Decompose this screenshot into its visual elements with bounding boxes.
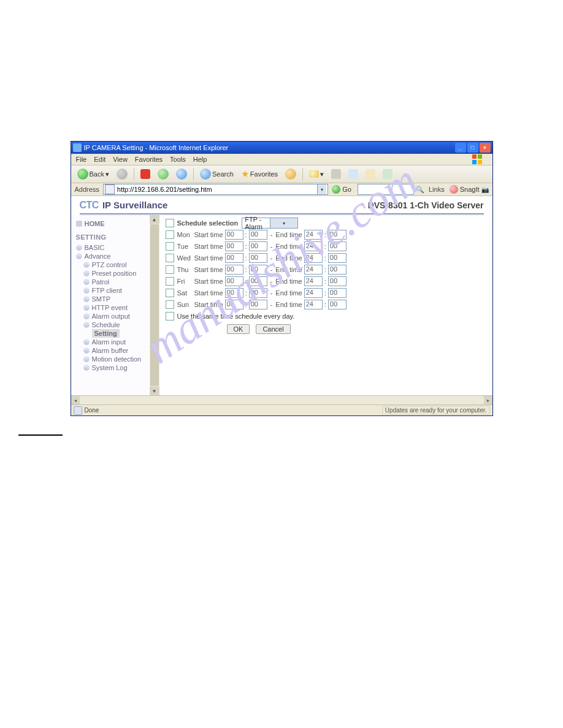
sidebar-item-alarm-buf[interactable]: Alarm buffer <box>83 346 148 355</box>
edit-button[interactable] <box>346 167 361 181</box>
sidebar-item-smtp[interactable]: SMTP <box>83 295 148 303</box>
go-button[interactable]: Go <box>332 185 351 194</box>
back-button[interactable]: Back▾ <box>75 167 112 181</box>
day-checkbox-fri[interactable] <box>166 277 174 286</box>
menu-favorites[interactable]: Favorites <box>135 156 163 163</box>
end-hour-input[interactable]: 24 <box>304 276 323 286</box>
maximize-button[interactable]: □ <box>467 143 478 153</box>
start-min-input[interactable]: 00 <box>249 241 267 251</box>
print-button[interactable] <box>329 167 343 181</box>
sidebar-item-alarm-out[interactable]: Alarm output <box>83 312 148 320</box>
end-hour-input[interactable]: 24 <box>304 230 323 240</box>
minimize-button[interactable]: _ <box>455 143 466 153</box>
day-label: Wed <box>177 254 194 262</box>
start-hour-input[interactable]: 00 <box>225 230 243 240</box>
sidebar-item-patrol[interactable]: Patrol <box>83 278 148 286</box>
address-input[interactable] <box>116 185 317 194</box>
home-button[interactable] <box>174 167 190 181</box>
end-hour-input[interactable]: 24 <box>304 300 323 309</box>
refresh-button[interactable] <box>155 167 171 181</box>
menu-file[interactable]: File <box>76 156 87 163</box>
start-hour-input[interactable]: 00 <box>225 241 243 251</box>
day-checkbox-wed[interactable] <box>166 254 174 262</box>
start-hour-input[interactable]: 00 <box>225 288 243 298</box>
start-hour-input[interactable]: 00 <box>225 253 243 263</box>
end-time-label: End time <box>275 278 302 285</box>
sidebar-item-ftp[interactable]: FTP client <box>83 286 148 295</box>
menu-edit[interactable]: Edit <box>94 156 105 163</box>
sidebar-item-motion[interactable]: Motion detection <box>83 355 148 363</box>
sidebar-item-schedule[interactable]: Schedule <box>83 320 148 329</box>
sidebar-item-syslog[interactable]: System Log <box>83 363 148 372</box>
end-min-input[interactable]: 00 <box>328 253 347 263</box>
schedule-dropdown[interactable]: FTP - Alarm▾ <box>242 218 298 229</box>
toolbar-search-box[interactable] <box>358 184 414 195</box>
sidebar-item-preset[interactable]: Preset position <box>83 269 148 278</box>
status-updates[interactable]: Updates are ready for your computer. <box>382 406 490 415</box>
sidebar-item-ptz[interactable]: PTZ control <box>83 260 148 269</box>
end-min-input[interactable]: 00 <box>328 300 347 309</box>
sidebar-home[interactable]: HOME <box>76 220 148 227</box>
same-schedule-checkbox[interactable] <box>166 312 174 320</box>
menu-view[interactable]: View <box>113 156 128 163</box>
sidebar-basic[interactable]: BASIC <box>76 243 148 252</box>
end-min-input[interactable]: 00 <box>328 265 347 275</box>
sidebar-item-alarm-in[interactable]: Alarm input <box>83 338 148 346</box>
close-button[interactable]: × <box>480 143 491 153</box>
product-title: DVS-8301 1-Ch Video Server <box>368 200 484 210</box>
day-label: Tue <box>177 243 194 250</box>
end-hour-input[interactable]: 24 <box>304 253 323 263</box>
messenger-button[interactable] <box>380 167 395 181</box>
day-checkbox-sun[interactable] <box>166 300 174 309</box>
schedule-enable-checkbox[interactable] <box>166 219 174 227</box>
sidebar-selected-setting[interactable]: Setting <box>92 329 120 338</box>
end-hour-input[interactable]: 24 <box>304 265 323 275</box>
end-hour-input[interactable]: 24 <box>304 241 323 251</box>
end-hour-input[interactable]: 24 <box>304 288 323 298</box>
status-text: Done <box>85 407 381 414</box>
svg-rect-1 <box>478 154 482 159</box>
day-checkbox-mon[interactable] <box>166 230 174 239</box>
day-checkbox-thu[interactable] <box>166 265 174 274</box>
sidebar-advance[interactable]: Advance <box>76 252 148 260</box>
history-button[interactable] <box>283 167 299 181</box>
forward-button[interactable] <box>114 167 130 181</box>
start-min-input[interactable]: 00 <box>249 265 267 275</box>
start-min-input[interactable]: 00 <box>249 230 267 240</box>
snagit-button[interactable]: SnagIt 📷 <box>450 185 489 194</box>
mail-button[interactable]: ▾ <box>307 167 326 181</box>
address-dropdown[interactable]: ▾ <box>317 184 326 194</box>
scroll-thumb[interactable] <box>150 224 159 386</box>
hscroll-left[interactable]: ◂ <box>71 396 80 404</box>
ok-button[interactable]: OK <box>227 324 250 334</box>
end-min-input[interactable]: 00 <box>328 241 347 251</box>
cancel-button[interactable]: Cancel <box>256 324 290 334</box>
scroll-down-icon[interactable]: ▼ <box>150 387 159 395</box>
start-min-input[interactable]: 00 <box>249 253 267 263</box>
sidebar-item-http[interactable]: HTTP event <box>83 303 148 312</box>
start-hour-input[interactable]: 00 <box>225 276 243 286</box>
stop-button[interactable] <box>138 167 153 181</box>
end-min-input[interactable]: 00 <box>328 276 347 286</box>
end-min-input[interactable]: 00 <box>328 230 347 240</box>
hscroll-right[interactable]: ▸ <box>484 396 492 404</box>
menu-help[interactable]: Help <box>193 156 207 163</box>
start-min-input[interactable]: 00 <box>249 276 267 286</box>
scroll-up-icon[interactable]: ▲ <box>150 215 159 224</box>
links-label[interactable]: Links <box>429 186 445 193</box>
search-button[interactable]: Search <box>197 167 236 181</box>
start-hour-input[interactable]: 00 <box>225 265 243 275</box>
discuss-button[interactable] <box>363 167 378 181</box>
day-checkbox-sat[interactable] <box>166 289 174 297</box>
day-checkbox-tue[interactable] <box>166 242 174 251</box>
end-min-input[interactable]: 00 <box>328 288 347 298</box>
favorites-button[interactable]: ★Favorites <box>239 167 280 181</box>
start-hour-input[interactable]: 00 <box>225 300 243 309</box>
menu-tools[interactable]: Tools <box>170 156 186 163</box>
svg-rect-3 <box>478 160 482 164</box>
toolbar-search-go[interactable]: 🔍 <box>415 184 425 194</box>
sidebar-scrollbar[interactable]: ▲ ▼ <box>150 215 159 395</box>
start-min-input[interactable]: 00 <box>249 288 267 298</box>
start-min-input[interactable]: 00 <box>249 300 267 309</box>
page-icon <box>105 184 115 194</box>
